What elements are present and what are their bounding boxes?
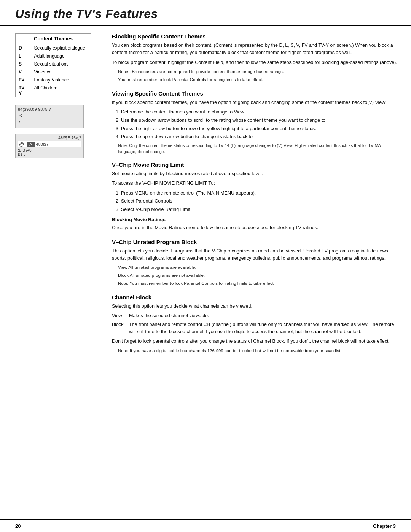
blocking-movie-label: Blocking Movie Ratings <box>112 216 400 224</box>
rb2-main-row: @ A 480l$ 7 <box>18 141 81 147</box>
theme-desc: Violence <box>31 68 91 76</box>
section-vchip-movie: V–Chip Movie Rating Limit Set movie rati… <box>112 161 400 232</box>
footer-chapter-label: Chapter 3 <box>373 523 396 529</box>
blocking-specific-title: Blocking Specific Content Themes <box>112 33 400 40</box>
theme-code: TV-Y <box>16 84 31 97</box>
table-row: SSexual situations <box>16 60 91 68</box>
vchip-unrated-body: This option lets you decide if programs … <box>112 248 400 287</box>
blocking-note1: Notes: Broadcasters are not required to … <box>118 69 400 75</box>
channel-view-label: View <box>112 312 129 320</box>
rb2-highlight-val: 480l$ <box>36 142 46 147</box>
rb2-footer-text: ;B B /46 B$ 3 <box>18 148 32 157</box>
viewing-sub-note: Note: Only the content theme status corr… <box>118 143 400 155</box>
blocking-para2: To block program content, highlight the … <box>112 59 400 66</box>
section-blocking-specific: Blocking Specific Content Themes You can… <box>112 33 400 83</box>
table-row: TV-YAll Children <box>16 84 91 97</box>
channel-view-item: View Makes the selected channel viewable… <box>112 312 400 320</box>
channel-block-para2: Don't forget to lock parental controls a… <box>112 338 400 345</box>
channel-block-body: Selecting this option lets you decide wh… <box>112 303 400 355</box>
section-vchip-unrated: V–Chip Unrated Program Block This option… <box>112 239 400 287</box>
list-item: Press the up or down arrow button to cha… <box>121 133 400 141</box>
rb1-arrow: < <box>19 112 22 118</box>
viewing-steps-list: Determine the content themes you want to… <box>121 109 400 141</box>
rb2-at: @ <box>19 141 24 147</box>
viewing-para1: If you block specific content themes, yo… <box>112 99 400 106</box>
vchip-movie-title: V–Chip Movie Rating Limit <box>112 161 400 168</box>
table-title: Content Themes <box>16 34 91 44</box>
table-row: DSexually explicit dialogue <box>16 44 91 52</box>
theme-desc: Sexual situations <box>31 60 91 68</box>
blocking-movie-text: Once you are in the Movie Ratings menu, … <box>112 224 400 232</box>
blocking-note2: You must remember to lock Parental Contr… <box>118 77 400 83</box>
theme-desc: Sexually explicit dialogue <box>31 44 91 52</box>
rb2-num: 7 <box>46 142 48 147</box>
page-footer: 20 Chapter 3 <box>0 519 411 532</box>
left-column: Content Themes DSexually explicit dialog… <box>15 33 99 361</box>
vchip-block-item: Block All unrated programs are not avail… <box>118 272 400 279</box>
theme-code: V <box>16 68 31 76</box>
list-item: Select V-Chip Movie Rating Limit <box>121 206 400 213</box>
theme-desc: Fantasy Violence <box>31 76 91 84</box>
channel-block-para1: Selecting this option lets you decide wh… <box>112 303 400 310</box>
themes-table: DSexually explicit dialogueLAdult langua… <box>16 44 91 97</box>
channel-block-label: Block <box>112 321 129 336</box>
vchip-unrated-para1: This option lets you decide if programs … <box>112 248 400 262</box>
page-title: Using the TV's Features <box>15 7 396 21</box>
rb1-top-text: 84($98.09-9875,? <box>18 107 51 112</box>
vchip-movie-para2: To access the V-CHIP MOVIE RATING LIMIT … <box>112 180 400 187</box>
rb2-header: 4&$$ 5 75>,? <box>18 136 81 140</box>
rating-box-1: 84($98.09-9875,? < 7 <box>15 105 84 128</box>
list-item: Select Parental Controls <box>121 198 400 205</box>
channel-view-text: Makes the selected channel viewable. <box>129 312 209 320</box>
main-content: Content Themes DSexually explicit dialog… <box>0 26 411 369</box>
rating-box-2: 4&$$ 5 75>,? @ A 480l$ 7 ;B B /46 B$ 3 <box>15 134 84 158</box>
theme-code: FV <box>16 76 31 84</box>
list-item: Determine the content themes you want to… <box>121 109 400 116</box>
vchip-unrated-note: Note: You must remember to lock Parental… <box>118 280 400 287</box>
page-header: Using the TV's Features <box>0 0 411 26</box>
rb2-highlight-a: A <box>27 142 34 147</box>
list-item: Press MENU on the remote control (The MA… <box>121 190 400 197</box>
viewing-specific-body: If you block specific content themes, yo… <box>112 99 400 155</box>
table-row: VViolence <box>16 68 91 76</box>
list-item: Use the up/down arrow buttons to scroll … <box>121 117 400 124</box>
right-column: Blocking Specific Content Themes You can… <box>108 33 400 361</box>
vchip-view-item: View All unrated programs are available. <box>118 264 400 271</box>
vchip-unrated-title: V–Chip Unrated Program Block <box>112 239 400 245</box>
content-themes-table: Content Themes DSexually explicit dialog… <box>15 33 91 97</box>
list-item: Press the right arrow button to move the… <box>121 125 400 133</box>
vchip-movie-steps: Press MENU on the remote control (The MA… <box>121 190 400 213</box>
blocking-specific-body: You can block programs based on their co… <box>112 42 400 83</box>
table-row: LAdult language <box>16 52 91 60</box>
blocking-para1: You can block programs based on their co… <box>112 42 400 57</box>
rb2-footer: ;B B /46 B$ 3 <box>18 148 81 157</box>
section-viewing-specific: Viewing Specific Content Themes If you b… <box>112 90 400 155</box>
viewing-specific-title: Viewing Specific Content Themes <box>112 90 400 97</box>
theme-code: S <box>16 60 31 68</box>
theme-code: L <box>16 52 31 60</box>
theme-desc: Adult language <box>31 52 91 60</box>
footer-page-number: 20 <box>15 523 21 529</box>
theme-desc: All Children <box>31 84 91 97</box>
section-channel-block: Channel Block Selecting this option lets… <box>112 294 400 355</box>
table-row: FVFantasy Violence <box>16 76 91 84</box>
channel-block-text: The front panel and remote control CH (c… <box>129 321 400 336</box>
channel-block-title: Channel Block <box>112 294 400 300</box>
theme-code: D <box>16 44 31 52</box>
channel-block-note: Note: If you have a digital cable box ch… <box>118 348 400 355</box>
vchip-movie-para1: Set movie rating limits by blocking movi… <box>112 170 400 177</box>
rb1-number: 7 <box>18 120 21 125</box>
vchip-movie-body: Set movie rating limits by blocking movi… <box>112 170 400 232</box>
channel-block-item: Block The front panel and remote control… <box>112 321 400 336</box>
